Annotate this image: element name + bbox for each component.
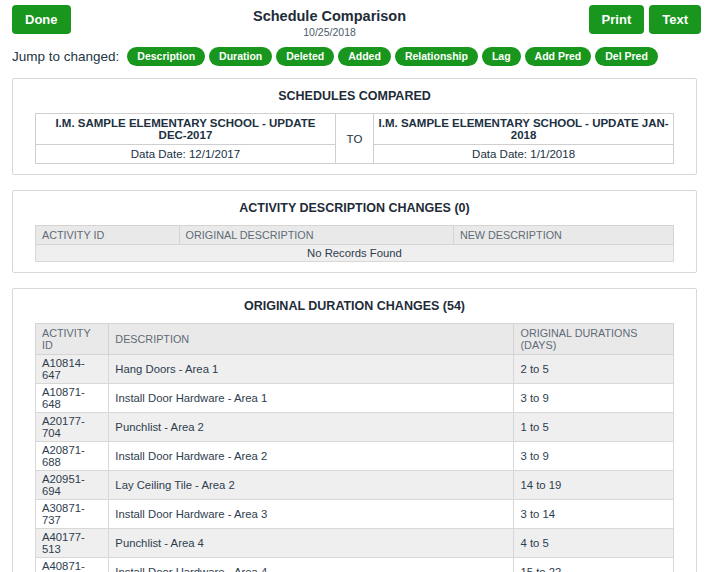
description-changes-title: ACTIVITY DESCRIPTION CHANGES (0) <box>35 201 674 215</box>
durations-cell: 2 to 5 <box>514 355 674 384</box>
description-cell: Install Door Hardware - Area 2 <box>109 442 514 471</box>
left-schedule-data-date: Data Date: 12/1/2017 <box>36 145 336 164</box>
table-row: A30871-737Install Door Hardware - Area 3… <box>36 500 674 529</box>
durations-cell: 14 to 19 <box>514 471 674 500</box>
activity-id-cell: A20871-688 <box>36 442 109 471</box>
description-changes-section: ACTIVITY DESCRIPTION CHANGES (0) ACTIVIT… <box>12 190 697 273</box>
print-button[interactable]: Print <box>589 5 645 34</box>
schedules-compared-title: SCHEDULES COMPARED <box>35 89 674 103</box>
column-header-description: DESCRIPTION <box>109 324 514 355</box>
activity-id-cell: A40871-500 <box>36 558 109 572</box>
description-changes-table: ACTIVITY ID ORIGINAL DESCRIPTION NEW DES… <box>35 225 674 262</box>
table-row: A10814-647Hang Doors - Area 12 to 5 <box>36 355 674 384</box>
table-row: A20177-704Punchlist - Area 21 to 5 <box>36 413 674 442</box>
durations-cell: 1 to 5 <box>514 413 674 442</box>
left-schedule-name: I.M. SAMPLE ELEMENTARY SCHOOL - UPDATE D… <box>36 114 336 145</box>
schedules-compared-table: I.M. SAMPLE ELEMENTARY SCHOOL - UPDATE D… <box>35 113 674 164</box>
jump-pill-duration[interactable]: Duration <box>209 47 272 66</box>
description-cell: Lay Ceiling Tile - Area 2 <box>109 471 514 500</box>
durations-cell: 15 to 22 <box>514 558 674 572</box>
jump-pill-added[interactable]: Added <box>338 47 391 66</box>
jump-pill-deleted[interactable]: Deleted <box>276 47 334 66</box>
jump-pill-add-pred[interactable]: Add Pred <box>525 47 592 66</box>
page-title: Schedule Comparison <box>253 8 406 24</box>
jump-pill-description[interactable]: Description <box>127 47 205 66</box>
column-header-new-description: NEW DESCRIPTION <box>453 226 673 245</box>
to-separator: TO <box>335 114 373 164</box>
durations-cell: 3 to 9 <box>514 384 674 413</box>
column-header-original-durations: ORIGINAL DURATIONS (DAYS) <box>514 324 674 355</box>
table-row: A40177-513Punchlist - Area 44 to 5 <box>36 529 674 558</box>
jump-pill-container: DescriptionDurationDeletedAddedRelations… <box>127 47 662 66</box>
activity-id-cell: A20951-694 <box>36 471 109 500</box>
title-block: Schedule Comparison 10/25/2018 <box>253 8 406 38</box>
description-cell: Punchlist - Area 2 <box>109 413 514 442</box>
activity-id-cell: A10814-647 <box>36 355 109 384</box>
description-cell: Punchlist - Area 4 <box>109 529 514 558</box>
duration-changes-section: ORIGINAL DURATION CHANGES (54) ACTIVITY … <box>12 288 697 572</box>
table-row: A20871-688Install Door Hardware - Area 2… <box>36 442 674 471</box>
jump-bar: Jump to changed: DescriptionDurationDele… <box>0 38 709 70</box>
text-button[interactable]: Text <box>649 5 701 34</box>
jump-to-changed-label: Jump to changed: <box>12 49 119 64</box>
durations-cell: 3 to 14 <box>514 500 674 529</box>
column-header-activity-id: ACTIVITY ID <box>36 226 180 245</box>
activity-id-cell: A40177-513 <box>36 529 109 558</box>
activity-id-cell: A10871-648 <box>36 384 109 413</box>
duration-changes-table: ACTIVITY ID DESCRIPTION ORIGINAL DURATIO… <box>35 323 674 572</box>
top-bar: Done Schedule Comparison 10/25/2018 Prin… <box>0 0 709 38</box>
activity-id-cell: A20177-704 <box>36 413 109 442</box>
column-header-original-description: ORIGINAL DESCRIPTION <box>179 226 453 245</box>
durations-cell: 4 to 5 <box>514 529 674 558</box>
top-right-buttons: Print Text <box>589 5 701 34</box>
no-records-found-message: No Records Found <box>36 245 674 262</box>
description-cell: Install Door Hardware - Area 3 <box>109 500 514 529</box>
right-schedule-data-date: Data Date: 1/1/2018 <box>374 145 674 164</box>
page-date: 10/25/2018 <box>253 26 406 38</box>
table-row: A40871-500Install Door Hardware - Area 4… <box>36 558 674 572</box>
done-button[interactable]: Done <box>12 5 71 34</box>
activity-id-cell: A30871-737 <box>36 500 109 529</box>
description-cell: Hang Doors - Area 1 <box>109 355 514 384</box>
jump-pill-del-pred[interactable]: Del Pred <box>595 47 658 66</box>
duration-table-body: A10814-647Hang Doors - Area 12 to 5A1087… <box>36 355 674 572</box>
description-cell: Install Door Hardware - Area 4 <box>109 558 514 572</box>
table-row: A10871-648Install Door Hardware - Area 1… <box>36 384 674 413</box>
durations-cell: 3 to 9 <box>514 442 674 471</box>
schedules-compared-section: SCHEDULES COMPARED I.M. SAMPLE ELEMENTAR… <box>12 78 697 175</box>
table-row: A20951-694Lay Ceiling Tile - Area 214 to… <box>36 471 674 500</box>
jump-pill-lag[interactable]: Lag <box>482 47 521 66</box>
jump-pill-relationship[interactable]: Relationship <box>395 47 478 66</box>
right-schedule-name: I.M. SAMPLE ELEMENTARY SCHOOL - UPDATE J… <box>374 114 674 145</box>
column-header-activity-id: ACTIVITY ID <box>36 324 109 355</box>
duration-changes-title: ORIGINAL DURATION CHANGES (54) <box>35 299 674 313</box>
description-cell: Install Door Hardware - Area 1 <box>109 384 514 413</box>
